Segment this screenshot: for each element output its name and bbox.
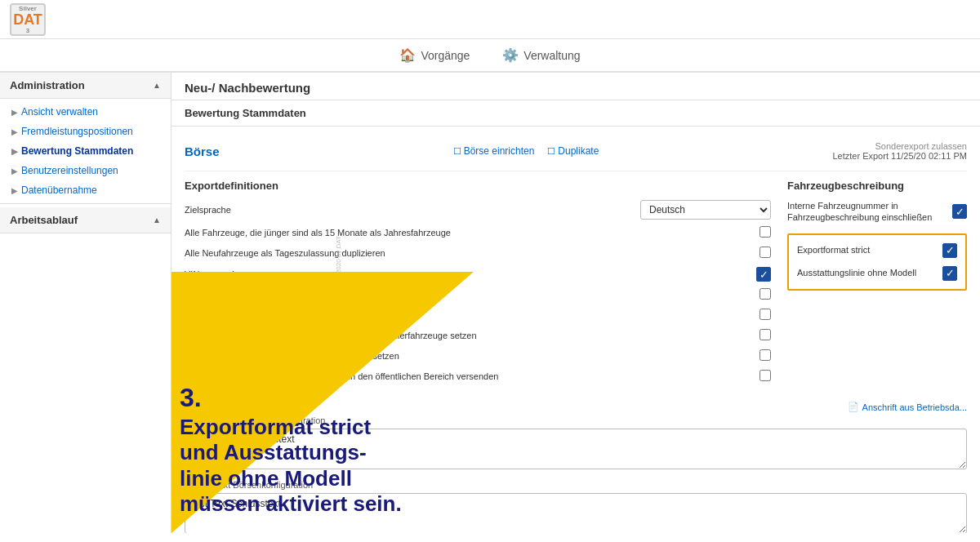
- row7-control: [760, 349, 771, 363]
- page-title: Neu-/ Nachbewertung: [172, 73, 980, 100]
- zielsprache-label: Zielsprache: [185, 204, 634, 215]
- zielsprache-select-wrapper[interactable]: Deutsch: [640, 200, 771, 220]
- row8-control: [760, 370, 771, 384]
- sidebar-item-bewertung[interactable]: ▶ Bewertung Stammdaten: [0, 141, 171, 161]
- gear-icon: ⚙️: [502, 47, 519, 63]
- row4: Duplikate versenden: [185, 288, 771, 302]
- sidebar-administration-items: ▶ Ansicht verwalten ▶ Fremdleistungsposi…: [0, 99, 171, 204]
- section-title: Bewertung Stammdaten: [172, 100, 980, 127]
- sidebar-item-fremd[interactable]: ▶ Fremdleistungspositionen: [0, 122, 171, 141]
- schlusstext-row: Schlusstext Börsenkonfiguration Test Tex…: [185, 480, 967, 533]
- row5: Finanzierungsdaten versenden: [185, 309, 771, 322]
- vin-row: VIN versenden ✓: [185, 267, 771, 282]
- row2-label: Alle Neufahrzeuge als Tageszulassung dup…: [185, 247, 753, 259]
- row6-checkbox[interactable]: [760, 329, 771, 340]
- row7-checkbox[interactable]: [760, 349, 771, 361]
- schlusstext-input[interactable]: Test Text Schlusstext: [185, 493, 967, 533]
- fahr-box: Exportformat strict ✓ Ausstattungslinie …: [787, 233, 967, 291]
- arrow-icon: ▶: [11, 127, 18, 136]
- arrow-icon: ▶: [11, 108, 18, 117]
- fahr-row2-label: Exportformat strict: [797, 244, 936, 255]
- doc-icon: 📄: [848, 402, 859, 412]
- content-area: Neu-/ Nachbewertung Bewertung Stammdaten…: [172, 73, 980, 533]
- row5-label: Finanzierungsdaten versenden: [185, 309, 753, 321]
- row5-control: [760, 309, 771, 322]
- fahr-row1-label: Interne Fahrzeugnummer in Fahrzeugbeschr…: [787, 200, 946, 224]
- top-bar: Silver DAT 3: [0, 0, 980, 39]
- zielsprache-row: Zielsprache Deutsch: [185, 200, 771, 220]
- vin-label: VIN versenden: [185, 269, 750, 280]
- zielsprache-select[interactable]: Deutsch: [640, 200, 771, 220]
- row4-checkbox[interactable]: [760, 288, 771, 300]
- link-icon: ☐: [547, 146, 555, 157]
- fahr-row3-label: Ausstattungslinie ohne Modell: [797, 267, 936, 278]
- fahr-row3-checkbox[interactable]: ✓: [942, 266, 957, 281]
- row7: Markierung "Neue Hauptuntersuchung für a…: [185, 349, 771, 363]
- exportdefinitionen-title: Exportdefinitionen: [185, 180, 771, 192]
- two-col-layout: Exportdefinitionen Zielsprache Deutsch A…: [185, 180, 967, 390]
- fahr-row1-checkbox[interactable]: ✓: [952, 204, 967, 219]
- row2: Alle Neufahrzeuge als Tageszulassung dup…: [185, 247, 771, 260]
- row2-checkbox[interactable]: [760, 247, 771, 258]
- borse-einrichten-link[interactable]: ☐ Börse einrichten: [453, 145, 535, 157]
- row7-label: Markierung "Neue Hauptuntersuchung für a…: [185, 350, 753, 362]
- nav-verwaltung-label: Verwaltung: [523, 49, 580, 62]
- anschrift-link[interactable]: 📄 Anschrift aus Betriebsda...: [185, 402, 967, 412]
- sidebar-administration-label: Administration: [10, 79, 85, 91]
- row1-checkbox[interactable]: [760, 226, 771, 238]
- chevron-up-icon: ▲: [153, 81, 161, 90]
- home-icon: 🏠: [399, 47, 416, 63]
- logo-number: 3: [26, 27, 29, 34]
- schlusstext-label: Schlusstext Börsenkonfiguration: [185, 480, 967, 490]
- row8-label: Händlerfahrzeuge als Gewerblich/Export i…: [185, 371, 753, 382]
- row6-control: [760, 329, 771, 343]
- row4-label: Duplikate versenden: [185, 289, 753, 300]
- arrow-icon: ▶: [11, 186, 18, 195]
- einleitungstext-row: Einleitungstext Börsenkonfiguration Test…: [185, 415, 967, 472]
- vin-checkbox[interactable]: ✓: [756, 267, 771, 282]
- row1-control: [760, 226, 771, 240]
- borse-links: ☐ Börse einrichten ☐ Duplikate: [453, 145, 599, 157]
- borse-duplikate-link[interactable]: ☐ Duplikate: [547, 145, 599, 157]
- einleitungstext-label: Einleitungstext Börsenkonfiguration: [185, 415, 967, 425]
- logo-dat: DAT: [13, 12, 42, 27]
- row8-checkbox[interactable]: [760, 370, 771, 381]
- chevron-up-icon: ▲: [153, 215, 161, 224]
- row5-checkbox[interactable]: [760, 309, 771, 320]
- row1-label: Alle Fahrzeuge, die jünger sind als 15 M…: [185, 227, 753, 238]
- logo: Silver DAT 3: [10, 3, 46, 36]
- col-left: Exportdefinitionen Zielsprache Deutsch A…: [185, 180, 771, 390]
- sidebar-administration-header[interactable]: Administration ▲: [0, 73, 171, 99]
- row1: Alle Fahrzeuge, die jünger sind als 15 M…: [185, 226, 771, 240]
- arrow-icon: ▶: [11, 167, 18, 175]
- vin-control: ✓: [756, 267, 771, 282]
- sidebar-arbeitsablauf-label: Arbeitsablauf: [10, 214, 78, 226]
- sidebar-item-ansicht[interactable]: ▶ Ansicht verwalten: [0, 102, 171, 122]
- nav-vorgange[interactable]: 🏠 Vorgänge: [399, 47, 470, 63]
- fahr-row2-checkbox[interactable]: ✓: [942, 243, 957, 258]
- sidebar-item-daten[interactable]: ▶ Datenübernahme: [0, 180, 171, 200]
- row8: Händlerfahrzeuge als Gewerblich/Export i…: [185, 370, 771, 384]
- fahr-row1: Interne Fahrzeugnummer in Fahrzeugbeschr…: [787, 200, 967, 224]
- textarea-section: 📄 Anschrift aus Betriebsda... Einleitung…: [185, 402, 967, 533]
- borse-export-value: 11/25/20 02:11 PM: [891, 151, 967, 161]
- fahr-row3: Ausstattungslinie ohne Modell ✓: [797, 266, 957, 281]
- row2-control: [760, 247, 771, 260]
- nav-bar: 🏠 Vorgänge ⚙️ Verwaltung: [0, 39, 980, 73]
- sidebar-arbeitsablauf-header[interactable]: Arbeitsablauf ▲: [0, 207, 171, 233]
- sidebar-item-benutzer[interactable]: ▶ Benutzereinstellungen: [0, 161, 171, 180]
- borse-row: Börse ☐ Börse einrichten ☐ Duplikate Son…: [185, 135, 967, 171]
- nav-vorgange-label: Vorgänge: [421, 49, 470, 62]
- borse-export-info: Sonderexport zulassen Letzter Export 11/…: [832, 141, 967, 161]
- einleitungstext-input[interactable]: Test Text Einleitungstext: [185, 429, 967, 469]
- content-body: Börse ☐ Börse einrichten ☐ Duplikate Son…: [172, 127, 980, 533]
- borse-title: Börse: [185, 144, 220, 158]
- row4-control: [760, 288, 771, 302]
- fahrzeug-title: Fahrzeugbeschreibung: [787, 180, 967, 192]
- sidebar: Administration ▲ ▶ Ansicht verwalten ▶ F…: [0, 73, 172, 533]
- nav-verwaltung[interactable]: ⚙️ Verwaltung: [502, 47, 580, 63]
- fahr-row2: Exportformat strict ✓: [797, 243, 957, 258]
- link-icon: ☐: [453, 146, 461, 157]
- main-layout: Administration ▲ ▶ Ansicht verwalten ▶ F…: [0, 73, 980, 533]
- row6-label: Markierung "Garantie" für alle Fahrzeuge…: [185, 330, 753, 341]
